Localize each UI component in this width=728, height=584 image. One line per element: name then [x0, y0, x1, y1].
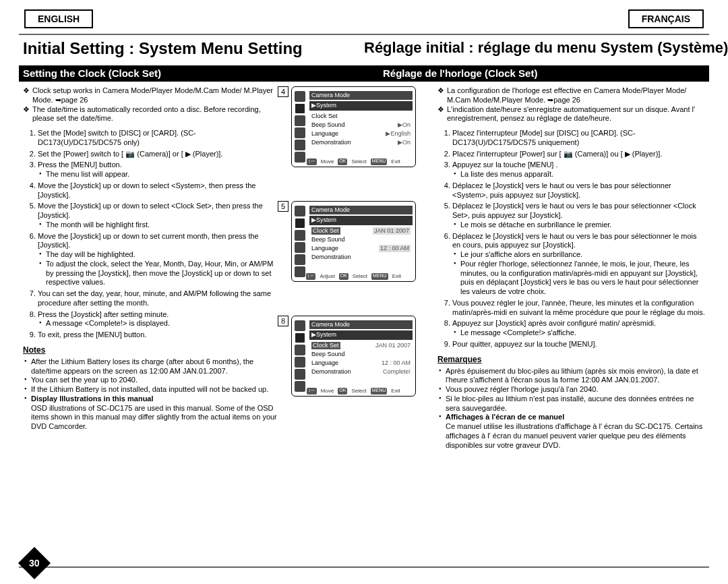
osd-complete: Complete! — [383, 368, 411, 376]
hint-adjust: Adjust — [320, 273, 334, 280]
osd-time-5: 12 : 00 AM — [379, 245, 411, 252]
osd-date-5: JAN 01 2007 — [373, 227, 411, 235]
hint-exit-8: Exit — [391, 388, 400, 395]
osd-demo: Demonstration — [311, 139, 351, 146]
en-step-5-text: Move the [Joystick] up or down to select… — [38, 202, 263, 219]
osd-beep-val: ▶On — [398, 121, 411, 129]
en-step-3-text: Press the [MENU] button. — [38, 160, 122, 169]
fr-step-5-bullet: Le mois se détache en surbrillance le pr… — [460, 221, 705, 230]
en-note-4-body: OSD illustrations of SC-DC175 are used i… — [31, 404, 277, 431]
ok-icon-8: OK — [338, 388, 347, 395]
column-english: Clock setup works in Camera Mode/Player … — [23, 86, 279, 550]
hint-move: Move — [321, 158, 334, 165]
fr-step-6-bullet-2: Pour régler l'horloge, sélectionnez l'an… — [460, 260, 705, 297]
osd-system-8: ▶System — [309, 330, 413, 339]
arrows-icon-8: ↕↔ — [307, 388, 317, 395]
column-figures: 4 Camera Mode ▶System Clock Set Beep Sou… — [279, 86, 431, 550]
osd-clockset-8: Clock Set — [311, 342, 340, 349]
en-note-2: You can set the year up to 2040. — [31, 376, 279, 385]
page-number: 30 — [18, 547, 51, 579]
fr-step-4: Déplacez le [Joystick] vers le haut ou v… — [452, 181, 705, 200]
en-step-7: You can set the day, year, hour, minute,… — [38, 289, 279, 308]
rule-bottom — [19, 566, 709, 568]
osd-screen-4: Camera Mode ▶System Clock Set Beep Sound… — [291, 86, 416, 167]
osd-time-8: 12 : 00 AM — [382, 359, 411, 367]
en-step-5: Move the [Joystick] up or down to select… — [38, 202, 279, 229]
en-note-3: If the Lithium Battery is not installed,… — [31, 385, 279, 395]
fr-step-8: Appuyez sur [Joystick] après avoir confi… — [452, 319, 705, 338]
fr-step-6: Déplacez le [Joystick] vers le haut ou v… — [452, 232, 705, 297]
lang-tab-french: FRANÇAIS — [628, 9, 704, 28]
title-french: Réglage initial : réglage du menu System… — [364, 39, 705, 58]
osd-lang-5: Language — [311, 245, 338, 252]
fr-step-6-bullet-1: Le jour s'affiche alors en surbrillance. — [460, 250, 705, 260]
menu-icon-8: MENU — [371, 388, 388, 395]
en-step-8: Press the [Joystick] after setting minut… — [38, 310, 279, 329]
osd-beep: Beep Sound — [311, 121, 345, 129]
en-diamond-2: The date/time is automatically recorded … — [32, 105, 279, 124]
hint-move-8: Move — [321, 388, 334, 395]
en-step-6-bullet-1: The day will be highlighted. — [46, 250, 279, 260]
en-step-3-bullet: The menu list will appear. — [46, 170, 279, 179]
fr-step-7: Vous pouvez régler le jour, l'année, l'h… — [452, 299, 705, 318]
hint-exit-5: Exit — [392, 273, 401, 280]
subhead-english: Setting the Clock (Clock Set) — [23, 67, 364, 79]
osd-screen-8: Camera Mode ▶System Clock SetJAN 01 2007… — [291, 316, 416, 397]
fr-step-3: Appuyez sur la touche [MENU] . La liste … — [452, 160, 705, 179]
en-step-8-text: Press the [Joystick] after setting minut… — [38, 310, 169, 318]
fr-step-8-bullet: Le message <Complete!> s'affiche. — [460, 328, 705, 338]
fr-step-3-text: Appuyez sur la touche [MENU] . — [452, 160, 558, 169]
en-step-6: Move the [Joystick] up or down to set cu… — [38, 232, 279, 288]
en-note-4-title: Display Illustrations in this manual — [31, 395, 154, 403]
hint-select: Select — [351, 158, 366, 165]
fr-step-1: Placez l'interrupteur [Mode] sur [DISC] … — [452, 129, 705, 148]
en-step-5-bullet: The month will be highlight first. — [46, 221, 279, 230]
fr-note-3: Si le bloc-piles au lithium n'est pas in… — [446, 395, 705, 413]
osd-system-5: ▶System — [309, 216, 413, 225]
osd-beep-5: Beep Sound — [311, 236, 345, 243]
hint-select-8: Select — [351, 388, 366, 395]
arrows-icon-5: ↕↔ — [306, 273, 316, 280]
fig-step-4: 4 — [278, 86, 289, 97]
osd-date-8: JAN 01 2007 — [375, 342, 411, 349]
en-step-1: Set the [Mode] switch to [DISC] or [CARD… — [38, 129, 279, 148]
fr-diamond-1: La configuration de l'horloge est effect… — [447, 86, 705, 105]
hint-select-5: Select — [353, 273, 367, 280]
en-step-2: Set the [Power] switch to [ 📷 (Camera)] … — [38, 150, 279, 159]
fr-step-8-text: Appuyez sur [Joystick] après avoir confi… — [452, 319, 656, 327]
osd-clockset: Clock Set — [311, 113, 338, 120]
osd-clockset-5: Clock Set — [311, 227, 340, 235]
fr-step-9: Pour quitter, appuyez sur la touche [MEN… — [452, 340, 705, 349]
fr-note-1: Après épuisement du bloc-piles au lithiu… — [446, 367, 705, 386]
arrows-icon: ↕↔ — [307, 158, 317, 165]
fr-step-3-bullet: La liste des menus apparaît. — [460, 170, 705, 179]
menu-icon: MENU — [371, 158, 388, 165]
ok-icon: OK — [338, 158, 347, 165]
fr-step-2: Placez l'interrupteur [Power] sur [ 📷 (C… — [452, 150, 705, 159]
column-french: La configuration de l'horloge est effect… — [431, 86, 705, 550]
fr-notes-title: Remarques — [437, 355, 705, 365]
en-step-9: To exit, press the [MENU] button. — [38, 330, 279, 340]
en-note-1: After the Lithium Battery loses its char… — [31, 357, 279, 376]
osd-beep-8: Beep Sound — [311, 351, 345, 358]
osd-system: ▶System — [309, 101, 413, 110]
fig-step-5: 5 — [278, 201, 289, 212]
en-step-6-bullet-2: To adjust the clock, select the Year, Mo… — [46, 260, 279, 287]
fr-note-4-title: Affichages à l'écran de ce manuel — [446, 413, 564, 421]
osd-screen-5: Camera Mode ▶System Clock SetJAN 01 2007… — [291, 201, 416, 282]
lang-tab-english: ENGLISH — [24, 9, 93, 28]
fr-step-6-text: Déplacez le [Joystick] vers le haut ou v… — [452, 232, 697, 250]
rule-top — [19, 34, 709, 35]
fr-step-5: Déplacez le [Joystick] vers le haut ou v… — [452, 202, 705, 229]
osd-title-8: Camera Mode — [309, 320, 413, 329]
en-step-4: Move the [Joystick] up or down to select… — [38, 181, 279, 200]
en-note-4: Display Illustrations in this manual OSD… — [31, 395, 279, 432]
ok-icon-5: OK — [339, 273, 348, 280]
osd-demo-val: ▶On — [398, 139, 411, 146]
fr-note-4-body: Ce manuel utilise les illustrations d'af… — [446, 422, 702, 449]
osd-title-5: Camera Mode — [309, 206, 413, 214]
osd-lang: Language — [311, 130, 338, 138]
menu-icon-5: MENU — [371, 273, 388, 280]
subhead-french: Réglage de l'horloge (Clock Set) — [364, 67, 705, 79]
en-step-8-bullet: A message <Complete!> is displayed. — [46, 319, 279, 328]
